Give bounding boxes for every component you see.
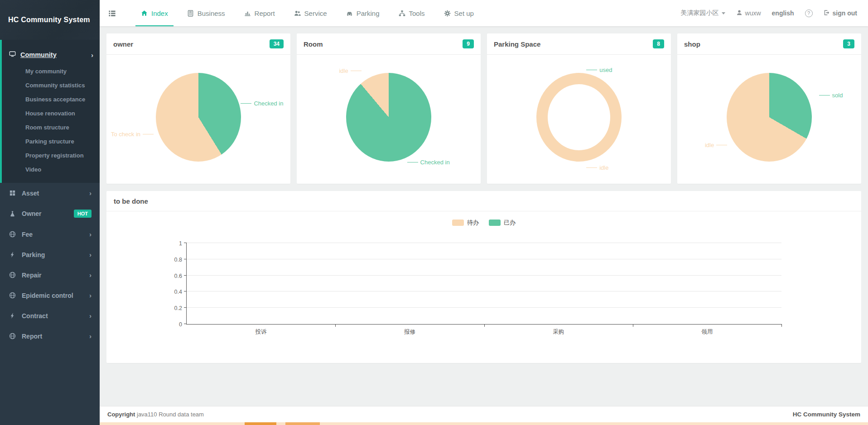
legend-swatch xyxy=(489,220,501,226)
sign-out-label: sign out xyxy=(833,10,857,17)
bar-chart-plot[interactable]: 投诉报修采购领用 00.20.40.60.81 xyxy=(186,243,781,325)
bar-group-0 xyxy=(187,243,335,324)
sidebar-subitem-business-acceptance[interactable]: Business acceptance xyxy=(2,92,100,106)
tab-parking[interactable]: Parking xyxy=(340,0,386,26)
x-axis-label: 投诉 xyxy=(187,328,335,336)
bar-group-1 xyxy=(335,243,484,324)
sidebar-item-label: Parking xyxy=(22,251,45,258)
legend-item-已办[interactable]: 已办 xyxy=(489,219,516,227)
stat-card-header: Room9 xyxy=(297,33,481,55)
sidebar-subitem-parking-structure[interactable]: Parking structure xyxy=(2,134,100,148)
chevron-right-icon: › xyxy=(89,230,92,238)
x-axis-labels: 投诉报修采购领用 xyxy=(187,328,781,336)
sitemap-icon xyxy=(399,10,405,17)
bolt-icon xyxy=(9,251,16,258)
sidebar-header: HC Community System xyxy=(0,0,100,40)
sidebar-item-report[interactable]: Report› xyxy=(0,326,100,346)
stat-card-header: Parking Space8 xyxy=(487,33,671,55)
sidebar-subitem-my-community[interactable]: My community xyxy=(2,64,100,78)
sidebar-item-fee[interactable]: Fee› xyxy=(0,224,100,244)
label-leader-line xyxy=(407,162,418,162)
sidebar-subitem-property-registration[interactable]: Property registration xyxy=(2,148,100,162)
label-leader-line xyxy=(586,167,597,168)
sidebar-toggle-button[interactable] xyxy=(108,9,116,18)
sidebar-item-label: Repair xyxy=(22,272,42,279)
chevron-right-icon: › xyxy=(91,51,93,59)
gridline xyxy=(187,291,781,291)
bar-group-3 xyxy=(633,243,781,324)
tab-index[interactable]: Index xyxy=(135,0,174,26)
legend-label: 已办 xyxy=(504,219,516,227)
sidebar-subitem-community-statistics[interactable]: Community statistics xyxy=(2,78,100,92)
gridline xyxy=(187,259,781,259)
bar-group-2 xyxy=(484,243,633,324)
stat-card-title: Room xyxy=(304,40,323,48)
x-axis-tick xyxy=(633,324,633,327)
pie-chart-shop[interactable] xyxy=(727,73,812,162)
calculator-icon xyxy=(187,10,194,17)
community-selector[interactable]: 美满家园小区 xyxy=(681,9,725,17)
sidebar-subitem-room-structure[interactable]: Room structure xyxy=(2,120,100,134)
stat-card-header: owner34 xyxy=(106,33,290,55)
bar-chart-icon xyxy=(244,10,251,17)
tab-tools[interactable]: Tools xyxy=(392,0,431,26)
y-axis-tick xyxy=(184,243,187,243)
todo-card-title: to be done xyxy=(114,197,148,205)
pie-label-to-check-in: To check in xyxy=(111,131,154,138)
sidebar-item-owner[interactable]: OwnerHOT xyxy=(0,203,100,224)
sidebar-menu: Asset›OwnerHOTFee›Parking›Repair›Epidemi… xyxy=(0,183,100,346)
tab-label: Report xyxy=(255,10,275,17)
pie-label-idle: idle xyxy=(339,67,361,74)
y-axis-tick-label: 0.2 xyxy=(174,305,182,311)
sign-out-icon xyxy=(824,10,830,17)
x-axis-label: 采购 xyxy=(484,328,633,336)
sidebar-subitem-video[interactable]: Video xyxy=(2,162,100,177)
pie-chart-owner[interactable] xyxy=(156,73,241,162)
tab-set-up[interactable]: Set up xyxy=(438,0,480,26)
footer: Copyright java110 Round data team HC Com… xyxy=(100,406,868,422)
label-leader-line xyxy=(716,145,727,145)
help-icon[interactable]: ? xyxy=(805,10,813,17)
sidebar-subitem-house-renovation[interactable]: House renovation xyxy=(2,106,100,120)
tab-label: Set up xyxy=(454,10,474,17)
sidebar-item-community[interactable]: Community › xyxy=(2,45,100,64)
sidebar-item-repair[interactable]: Repair› xyxy=(0,265,100,285)
label-leader-line xyxy=(351,71,362,71)
sidebar-item-label: Report xyxy=(22,333,42,340)
topbar-right: 美满家园小区 wuxw english ? sign out xyxy=(681,9,857,17)
chevron-right-icon: › xyxy=(89,189,92,197)
language-switcher[interactable]: english xyxy=(772,10,794,17)
y-axis-tick-label: 0.8 xyxy=(174,257,182,263)
tab-service[interactable]: Service xyxy=(288,0,333,26)
tab-report[interactable]: Report xyxy=(238,0,281,26)
user-icon xyxy=(736,10,743,17)
stat-card-owner: owner34Checked inTo check in xyxy=(106,33,290,184)
flask-icon xyxy=(9,210,16,217)
strip-segment-0 xyxy=(245,422,276,425)
x-axis-label: 报修 xyxy=(335,328,484,336)
tab-label: Parking xyxy=(357,10,380,17)
sign-out-button[interactable]: sign out xyxy=(824,10,857,17)
pie-label-text: idle xyxy=(339,67,348,74)
chevron-right-icon: › xyxy=(89,332,92,340)
current-user[interactable]: wuxw xyxy=(736,10,761,17)
chevron-right-icon: › xyxy=(89,251,92,258)
sidebar-item-contract[interactable]: Contract› xyxy=(0,306,100,326)
community-selector-label: 美满家园小区 xyxy=(681,9,719,17)
donut-chart-parking-space[interactable] xyxy=(536,73,622,162)
sidebar-item-parking[interactable]: Parking› xyxy=(0,244,100,265)
y-axis-tick-label: 0.4 xyxy=(174,289,182,295)
sidebar-item-asset[interactable]: Asset› xyxy=(0,183,100,203)
sidebar-item-epidemic-control[interactable]: Epidemic control› xyxy=(0,285,100,306)
count-badge: 8 xyxy=(653,39,664,48)
tab-business[interactable]: Business xyxy=(181,0,231,26)
pie-chart-room[interactable] xyxy=(346,73,431,162)
desktop-icon xyxy=(9,51,16,59)
legend-item-待办[interactable]: 待办 xyxy=(452,219,479,227)
gridline xyxy=(187,307,781,308)
sidebar: HC Community System Community › My commu… xyxy=(0,0,100,425)
pie-label-text: Checked in xyxy=(254,100,283,107)
stat-card-title: Parking Space xyxy=(494,40,540,48)
top-nav-tabs: IndexBusinessReportServiceParkingToolsSe… xyxy=(135,0,487,26)
stat-card-parking-space: Parking Space8usedidle xyxy=(487,33,671,184)
